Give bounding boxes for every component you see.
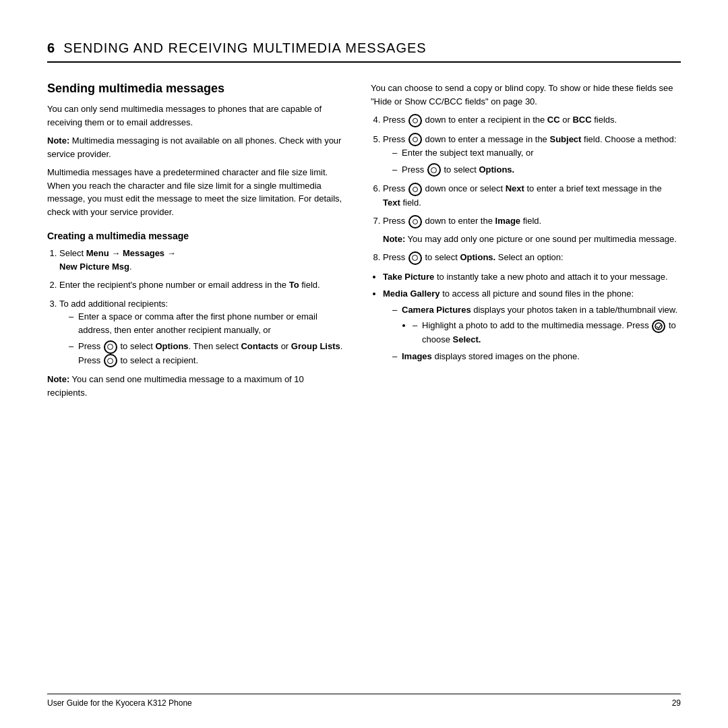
right-column: You can choose to send a copy or blind c… bbox=[371, 82, 681, 404]
left-note2: Note: You can send one multimedia messag… bbox=[47, 373, 344, 399]
left-step-1: Select Menu → Messages → New Picture Msg… bbox=[59, 247, 344, 273]
left-step-3-sub2: Press to select Options. Then select Con… bbox=[69, 340, 344, 367]
note2-label: Note: bbox=[47, 374, 69, 384]
left-step-3-subitems: Enter a space or comma after the first p… bbox=[69, 310, 344, 367]
right-step-7-note: Note: You may add only one picture or on… bbox=[383, 233, 681, 246]
right-step-5-subitems: Enter the subject text manually, or Pres… bbox=[392, 146, 681, 177]
select-icon-svg bbox=[655, 322, 663, 330]
option-take-picture: Take Picture to instantly take a new pho… bbox=[383, 270, 681, 284]
options-icon-1 bbox=[104, 340, 117, 354]
options-icon-5 bbox=[427, 163, 441, 177]
footer: User Guide for the Kyocera K312 Phone 29 bbox=[47, 694, 681, 708]
page: 6Sending and Receiving Multimedia Messag… bbox=[0, 0, 728, 728]
right-intro: You can choose to send a copy or blind c… bbox=[371, 82, 681, 108]
left-step-3: To add additional recipients: Enter a sp… bbox=[59, 297, 344, 368]
left-intro2: Multimedia messages have a predetermined… bbox=[47, 166, 344, 218]
footer-right: 29 bbox=[672, 698, 681, 708]
options-icon-8 bbox=[408, 251, 422, 265]
right-step-8: Press to select Options. Select an optio… bbox=[383, 251, 681, 265]
camera-pictures-bullet-1: Highlight a photo to add to the multimed… bbox=[413, 319, 681, 346]
left-intro1: You can only send multimedia messages to… bbox=[47, 102, 344, 129]
section-title-sending: Sending multimedia messages bbox=[47, 82, 344, 96]
right-step-7: Press down to enter the Image field. Not… bbox=[383, 214, 681, 245]
chapter-header: 6Sending and Receiving Multimedia Messag… bbox=[47, 40, 681, 63]
nav-icon-4 bbox=[408, 114, 422, 127]
footer-left: User Guide for the Kyocera K312 Phone bbox=[47, 698, 192, 708]
left-steps-list: Select Menu → Messages → New Picture Msg… bbox=[59, 247, 344, 367]
left-note1: Note: Multimedia messaging is not availa… bbox=[47, 134, 344, 160]
left-step-3-sub1: Enter a space or comma after the first p… bbox=[69, 310, 344, 336]
chapter-title-text: Sending and Receiving Multimedia Message… bbox=[63, 40, 427, 55]
option-media-gallery: Media Gallery to access all picture and … bbox=[383, 287, 681, 363]
chapter-title: 6Sending and Receiving Multimedia Messag… bbox=[47, 40, 427, 55]
right-step-5-sub2: Press to select Options. bbox=[392, 163, 681, 177]
options-icon-2 bbox=[104, 354, 117, 367]
nav-icon-5 bbox=[408, 133, 422, 146]
note7-label: Note: bbox=[383, 234, 405, 244]
left-column: Sending multimedia messages You can only… bbox=[47, 82, 344, 404]
sub-camera-pictures: Camera Pictures displays your photos tak… bbox=[392, 303, 681, 346]
note1-text: Multimedia messaging is not available on… bbox=[47, 135, 341, 159]
nav-icon-7 bbox=[408, 215, 422, 229]
left-step-2: Enter the recipient's phone number or em… bbox=[59, 278, 344, 292]
sub-images: Images displays stored images on the pho… bbox=[392, 350, 681, 363]
right-step-5: Press down to enter a message in the Sub… bbox=[383, 133, 681, 177]
right-step-6: Press down once or select Next to enter … bbox=[383, 182, 681, 209]
chapter-number: 6 bbox=[47, 40, 55, 55]
note2-text: You can send one multimedia message to a… bbox=[47, 374, 304, 398]
content-area: Sending multimedia messages You can only… bbox=[47, 82, 681, 404]
note1-label: Note: bbox=[47, 135, 69, 146]
right-step-4: Press down to enter a recipient in the C… bbox=[383, 113, 681, 127]
media-gallery-subitems: Camera Pictures displays your photos tak… bbox=[392, 303, 681, 363]
right-step-5-sub1: Enter the subject text manually, or bbox=[392, 146, 681, 160]
camera-pictures-bullets: Highlight a photo to add to the multimed… bbox=[413, 319, 681, 346]
subsection-title-creating: Creating a multimedia message bbox=[47, 231, 344, 241]
nav-icon-6 bbox=[408, 183, 422, 196]
right-steps-list: Press down to enter a recipient in the C… bbox=[383, 113, 681, 265]
options-list: Take Picture to instantly take a new pho… bbox=[383, 270, 681, 363]
select-icon bbox=[652, 320, 665, 333]
